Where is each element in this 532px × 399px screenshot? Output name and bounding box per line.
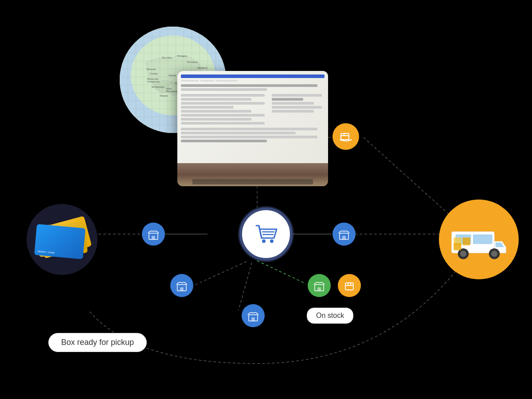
svg-rect-51 [180, 287, 184, 291]
svg-point-39 [491, 250, 497, 257]
store-icon-lower-left [176, 279, 188, 292]
store-bubble-lower-left [170, 274, 193, 297]
svg-line-8 [239, 262, 252, 310]
svg-text:Macedonia: Macedonia [166, 90, 177, 93]
svg-text:Albania: Albania [160, 94, 168, 97]
svg-line-7 [190, 262, 246, 287]
box-ready-label: Box ready for pickup [48, 333, 147, 352]
svg-rect-42 [454, 243, 462, 250]
van-svg [448, 217, 510, 262]
svg-rect-53 [251, 317, 255, 321]
store-icon-green [313, 279, 325, 292]
store-icon-right [338, 228, 350, 240]
svg-line-6 [257, 261, 306, 284]
pickup-bubble [332, 123, 359, 150]
credit-cards-circle: CREDIT CARD CREDIT CARD CREDIT CARD [27, 204, 98, 275]
svg-text:Hungary: Hungary [177, 55, 188, 57]
svg-rect-41 [462, 238, 470, 246]
svg-rect-49 [342, 236, 346, 239]
delivery-van-circle [439, 200, 519, 279]
svg-rect-56 [345, 283, 353, 290]
store-icon-bottom [247, 309, 259, 322]
svg-text:Serbia: Serbia [168, 74, 176, 77]
package-icon-svg [343, 279, 356, 292]
svg-point-37 [460, 250, 466, 257]
svg-text:Slovenia: Slovenia [146, 68, 156, 70]
svg-text:Slovakia: Slovakia [162, 56, 172, 59]
svg-text:North: North [166, 87, 172, 90]
svg-point-32 [270, 239, 274, 243]
svg-rect-55 [317, 287, 321, 291]
svg-rect-47 [152, 236, 155, 239]
laptop-image [177, 71, 328, 186]
store-bubble-green [308, 274, 331, 297]
store-bubble-right [332, 223, 356, 246]
svg-text:Moldova: Moldova [197, 66, 207, 69]
on-stock-label: On stock [307, 308, 353, 324]
store-icon-left [147, 228, 160, 240]
store-bubble-bottom [242, 304, 265, 327]
svg-line-5 [364, 137, 452, 217]
svg-text:Montenegro: Montenegro [152, 86, 164, 88]
credit-card-3: CREDIT CARD [34, 224, 86, 259]
pickup-icon-svg [338, 129, 353, 144]
svg-text:Croatia: Croatia [150, 72, 158, 75]
svg-text:Herzegovina: Herzegovina [147, 80, 160, 83]
svg-line-28 [259, 226, 262, 238]
cart-svg [253, 222, 279, 246]
svg-point-31 [262, 239, 266, 243]
main-scene: .dashed { stroke: #555; stroke-width: 1.… [0, 0, 532, 399]
package-bubble [338, 274, 361, 297]
svg-rect-35 [473, 235, 493, 244]
svg-text:Romania: Romania [187, 61, 198, 63]
shopping-cart-node [239, 207, 293, 261]
svg-rect-43 [341, 133, 349, 140]
store-bubble-left [142, 223, 165, 246]
svg-text:Bosnia and: Bosnia and [147, 78, 158, 80]
